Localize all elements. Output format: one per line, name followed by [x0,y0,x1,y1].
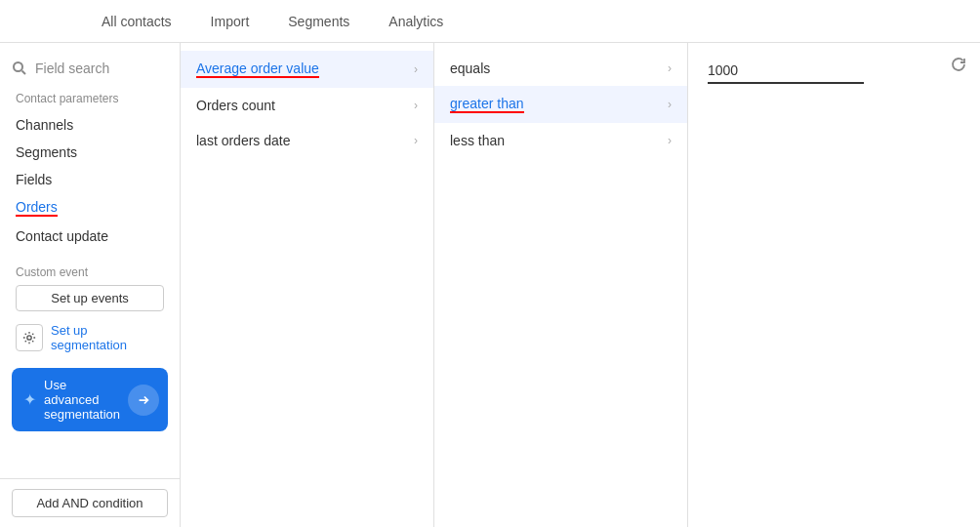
refresh-icon[interactable] [945,51,972,78]
circle-arrow-icon [128,385,159,416]
nav-segments[interactable]: Segments [284,0,353,43]
refresh-svg [951,57,966,72]
sidebar: Field search Contact parameters Channels… [0,43,181,527]
content-area: Average order value › Orders count › las… [181,43,980,527]
field-average-order-value[interactable]: Average order value › [181,51,433,88]
chevron-right-icon: › [414,99,418,112]
sidebar-item-contact-update[interactable]: Contact update [0,223,180,250]
search-placeholder: Field search [35,61,109,76]
setup-segmentation-row[interactable]: Set up segmentation [0,311,180,364]
value-input[interactable] [708,59,864,84]
operator-less-than[interactable]: less than › [434,123,687,158]
contact-params-label: Contact parameters [0,88,180,111]
fields-panel: Average order value › Orders count › las… [181,43,434,527]
main-layout: Field search Contact parameters Channels… [0,43,980,527]
value-panel [688,43,980,527]
advanced-seg-label: Use advanced segmentation [44,378,120,422]
search-icon [12,61,27,76]
svg-line-1 [22,71,26,75]
chevron-right-icon: › [668,98,672,111]
nav-all-contacts[interactable]: All contacts [98,0,176,43]
operators-panel: equals › greater than › less than › [434,43,688,527]
setup-events-button[interactable]: Set up events [16,285,164,311]
sidebar-item-segments[interactable]: Segments [0,139,180,166]
setup-segmentation-label: Set up segmentation [51,323,164,352]
svg-point-0 [14,62,22,71]
chevron-right-icon: › [668,61,672,75]
add-condition-area: Add AND condition [0,478,180,527]
sidebar-item-channels[interactable]: Channels [0,111,180,139]
field-orders-count[interactable]: Orders count › [181,88,433,123]
chevron-right-icon: › [668,134,672,147]
top-nav: All contacts Import Segments Analytics [0,0,980,43]
sidebar-item-fields[interactable]: Fields [0,166,180,193]
field-last-orders-date[interactable]: last orders date › [181,123,433,158]
chevron-right-icon: › [414,62,418,76]
custom-event-label: Custom event [0,250,180,285]
arrow-right-icon [137,393,150,407]
add-and-condition-button[interactable]: Add AND condition [12,489,168,517]
svg-point-2 [27,336,31,340]
advanced-segmentation-button[interactable]: ✦ Use advanced segmentation [12,368,168,431]
operator-equals[interactable]: equals › [434,51,687,86]
sparkle-icon: ✦ [23,390,36,409]
field-search-box[interactable]: Field search [0,55,180,88]
gear-icon [22,331,36,345]
chevron-right-icon: › [414,134,418,147]
operator-greater-than[interactable]: greater than › [434,86,687,123]
gear-button[interactable] [16,324,43,351]
sidebar-item-orders[interactable]: Orders [0,193,180,223]
nav-import[interactable]: Import [207,0,254,43]
nav-analytics[interactable]: Analytics [385,0,447,43]
